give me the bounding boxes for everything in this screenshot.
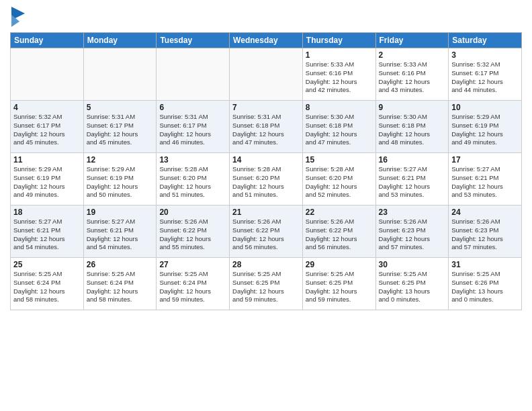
day-info: Sunset: 6:16 PM xyxy=(306,69,373,78)
day-info: and 51 minutes. xyxy=(159,191,226,199)
day-header-friday: Friday xyxy=(375,33,449,48)
calendar-cell: 15Sunrise: 5:28 AMSunset: 6:20 PMDayligh… xyxy=(302,153,375,205)
day-info: Sunset: 6:20 PM xyxy=(306,174,373,183)
day-info: and 47 minutes. xyxy=(306,138,373,147)
day-info: Daylight: 12 hours xyxy=(87,130,154,139)
week-row-3: 11Sunrise: 5:29 AMSunset: 6:19 PMDayligh… xyxy=(11,153,522,205)
day-info: and 54 minutes. xyxy=(13,243,81,252)
day-info: and 49 minutes. xyxy=(451,138,519,147)
calendar-cell: 12Sunrise: 5:29 AMSunset: 6:19 PMDayligh… xyxy=(83,153,157,205)
calendar-cell: 20Sunrise: 5:26 AMSunset: 6:22 PMDayligh… xyxy=(157,205,230,258)
calendar-cell: 6Sunrise: 5:31 AMSunset: 6:17 PMDaylight… xyxy=(157,101,230,153)
day-number: 26 xyxy=(87,260,154,269)
day-info: Sunrise: 5:25 AM xyxy=(13,270,81,279)
calendar-cell xyxy=(83,48,157,101)
day-number: 25 xyxy=(13,260,81,269)
calendar-cell: 18Sunrise: 5:27 AMSunset: 6:21 PMDayligh… xyxy=(11,205,84,258)
day-info: Sunrise: 5:30 AM xyxy=(379,113,446,122)
calendar-cell: 19Sunrise: 5:27 AMSunset: 6:21 PMDayligh… xyxy=(83,205,157,258)
day-number: 15 xyxy=(306,155,373,165)
day-info: and 56 minutes. xyxy=(306,243,373,252)
day-info: Sunset: 6:22 PM xyxy=(306,226,373,235)
day-info: and 48 minutes. xyxy=(379,138,446,147)
calendar-cell: 26Sunrise: 5:25 AMSunset: 6:24 PMDayligh… xyxy=(83,258,157,310)
day-info: Sunrise: 5:28 AM xyxy=(306,165,373,174)
day-info: Sunrise: 5:29 AM xyxy=(451,113,519,122)
day-info: Sunset: 6:21 PM xyxy=(451,174,519,183)
day-info: Sunrise: 5:25 AM xyxy=(379,270,446,279)
day-number: 6 xyxy=(159,103,226,112)
day-number: 22 xyxy=(306,208,373,217)
calendar-cell: 7Sunrise: 5:31 AMSunset: 6:18 PMDaylight… xyxy=(230,101,303,153)
day-number: 19 xyxy=(87,208,154,217)
day-number: 9 xyxy=(379,103,446,112)
day-number: 3 xyxy=(451,50,519,60)
day-info: Daylight: 12 hours xyxy=(379,235,446,244)
day-info: Daylight: 12 hours xyxy=(306,78,373,87)
day-info: Sunrise: 5:26 AM xyxy=(451,218,519,226)
day-info: Sunset: 6:20 PM xyxy=(232,174,300,183)
day-info: and 42 minutes. xyxy=(306,86,373,95)
day-info: Sunset: 6:19 PM xyxy=(451,122,519,130)
day-number: 12 xyxy=(87,155,154,165)
day-info: Sunset: 6:17 PM xyxy=(451,69,519,78)
day-info: Sunset: 6:20 PM xyxy=(159,174,226,183)
day-info: Sunrise: 5:30 AM xyxy=(306,113,373,122)
day-info: Daylight: 12 hours xyxy=(451,183,519,191)
day-info: Daylight: 12 hours xyxy=(451,130,519,139)
calendar-cell: 10Sunrise: 5:29 AMSunset: 6:19 PMDayligh… xyxy=(449,101,522,153)
day-info: Sunrise: 5:25 AM xyxy=(451,270,519,279)
day-info: Sunrise: 5:32 AM xyxy=(13,113,81,122)
day-info: Daylight: 12 hours xyxy=(87,287,154,296)
calendar-cell: 21Sunrise: 5:26 AMSunset: 6:22 PMDayligh… xyxy=(230,205,303,258)
day-info: and 50 minutes. xyxy=(87,191,154,199)
day-info: Daylight: 12 hours xyxy=(13,235,81,244)
day-info: and 58 minutes. xyxy=(87,295,154,304)
day-info: Daylight: 12 hours xyxy=(87,235,154,244)
day-info: and 52 minutes. xyxy=(306,191,373,199)
calendar-cell: 30Sunrise: 5:25 AMSunset: 6:25 PMDayligh… xyxy=(375,258,449,310)
calendar-cell: 28Sunrise: 5:25 AMSunset: 6:25 PMDayligh… xyxy=(230,258,303,310)
day-number: 14 xyxy=(232,155,300,165)
day-info: Sunrise: 5:31 AM xyxy=(159,113,226,122)
day-info: Sunrise: 5:27 AM xyxy=(87,218,154,226)
day-number: 5 xyxy=(87,103,154,112)
day-number: 28 xyxy=(232,260,300,269)
day-info: Daylight: 12 hours xyxy=(306,235,373,244)
day-number: 16 xyxy=(379,155,446,165)
day-info: Sunset: 6:21 PM xyxy=(379,174,446,183)
day-info: Daylight: 12 hours xyxy=(13,287,81,296)
day-info: Sunrise: 5:25 AM xyxy=(159,270,226,279)
day-info: Sunrise: 5:25 AM xyxy=(87,270,154,279)
day-info: Daylight: 12 hours xyxy=(379,78,446,87)
day-info: and 0 minutes. xyxy=(451,295,519,304)
day-info: Sunrise: 5:25 AM xyxy=(306,270,373,279)
calendar-cell: 9Sunrise: 5:30 AMSunset: 6:18 PMDaylight… xyxy=(375,101,449,153)
day-info: Sunrise: 5:32 AM xyxy=(451,60,519,69)
day-number: 2 xyxy=(379,50,446,60)
day-info: and 43 minutes. xyxy=(379,86,446,95)
calendar-cell: 31Sunrise: 5:25 AMSunset: 6:26 PMDayligh… xyxy=(449,258,522,310)
page-container: SundayMondayTuesdayWednesdayThursdayFrid… xyxy=(0,0,532,411)
day-info: Sunset: 6:17 PM xyxy=(159,122,226,130)
day-info: and 57 minutes. xyxy=(451,243,519,252)
week-row-2: 4Sunrise: 5:32 AMSunset: 6:17 PMDaylight… xyxy=(11,101,522,153)
day-number: 27 xyxy=(159,260,226,269)
day-info: Sunset: 6:22 PM xyxy=(232,226,300,235)
day-info: Daylight: 12 hours xyxy=(13,130,81,139)
day-number: 13 xyxy=(159,155,226,165)
day-info: Daylight: 12 hours xyxy=(451,235,519,244)
calendar-cell: 1Sunrise: 5:33 AMSunset: 6:16 PMDaylight… xyxy=(302,48,375,101)
logo-icon xyxy=(11,7,25,27)
day-number: 17 xyxy=(451,155,519,165)
calendar-cell: 22Sunrise: 5:26 AMSunset: 6:22 PMDayligh… xyxy=(302,205,375,258)
day-info: Sunset: 6:23 PM xyxy=(379,226,446,235)
day-number: 23 xyxy=(379,208,446,217)
day-number: 20 xyxy=(159,208,226,217)
day-number: 29 xyxy=(306,260,373,269)
day-info: and 51 minutes. xyxy=(232,191,300,199)
calendar-cell: 13Sunrise: 5:28 AMSunset: 6:20 PMDayligh… xyxy=(157,153,230,205)
day-header-monday: Monday xyxy=(83,33,157,48)
day-info: Sunrise: 5:27 AM xyxy=(451,165,519,174)
day-info: Sunrise: 5:28 AM xyxy=(232,165,300,174)
